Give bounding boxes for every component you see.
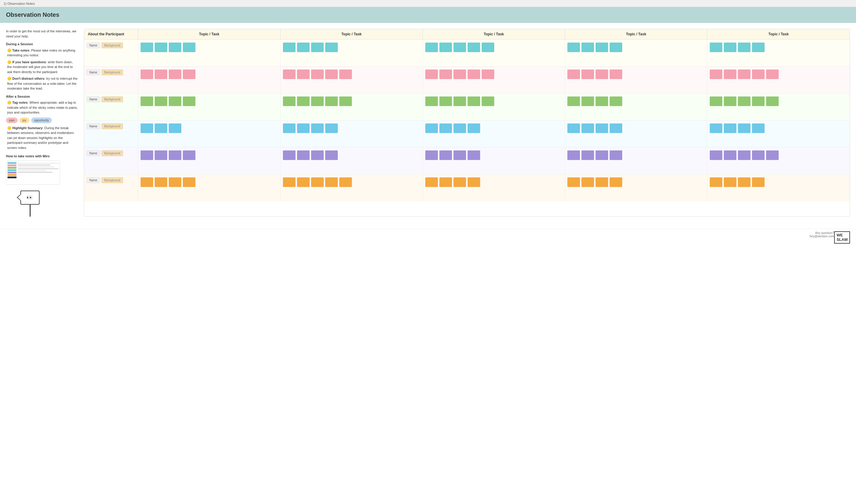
sticky-note[interactable] [325,70,338,79]
sticky-note[interactable] [425,150,438,160]
sticky-note[interactable] [738,96,750,106]
sticky-note[interactable] [155,70,167,79]
sticky-note[interactable] [339,70,352,79]
sticky-note[interactable] [752,150,765,160]
sticky-note[interactable] [311,177,324,187]
sticky-note[interactable] [724,177,736,187]
sticky-note[interactable] [440,70,452,79]
sticky-note[interactable] [738,70,750,79]
sticky-note[interactable] [453,42,466,52]
sticky-note[interactable] [155,177,167,187]
sticky-note[interactable] [724,70,736,79]
sticky-note[interactable] [595,42,608,52]
sticky-note[interactable] [425,42,438,52]
sticky-note[interactable] [141,150,153,160]
sticky-note[interactable] [610,177,622,187]
sticky-note[interactable] [467,42,480,52]
sticky-note[interactable] [595,124,608,133]
sticky-note[interactable] [297,70,309,79]
sticky-note[interactable] [610,42,622,52]
sticky-note[interactable] [582,42,594,52]
sticky-note[interactable] [183,150,195,160]
sticky-note[interactable] [582,124,594,133]
sticky-note[interactable] [724,124,736,133]
sticky-note[interactable] [311,42,324,52]
sticky-note[interactable] [425,96,438,106]
sticky-note[interactable] [453,150,466,160]
sticky-note[interactable] [752,177,765,187]
sticky-note[interactable] [752,42,765,52]
sticky-note[interactable] [169,70,181,79]
sticky-note[interactable] [425,70,438,79]
sticky-note[interactable] [155,96,167,106]
sticky-note[interactable] [467,177,480,187]
sticky-note[interactable] [610,96,622,106]
sticky-note[interactable] [440,124,452,133]
sticky-note[interactable] [297,42,309,52]
sticky-note[interactable] [710,177,722,187]
sticky-note[interactable] [325,177,338,187]
sticky-note[interactable] [582,150,594,160]
sticky-note[interactable] [311,150,324,160]
sticky-note[interactable] [183,42,195,52]
sticky-note[interactable] [311,70,324,79]
sticky-note[interactable] [440,96,452,106]
sticky-note[interactable] [155,124,167,133]
sticky-note[interactable] [325,150,338,160]
sticky-note[interactable] [283,124,296,133]
sticky-note[interactable] [155,42,167,52]
sticky-note[interactable] [752,70,765,79]
sticky-note[interactable] [724,150,736,160]
sticky-note[interactable] [297,150,309,160]
sticky-note[interactable] [582,96,594,106]
sticky-note[interactable] [339,177,352,187]
sticky-note[interactable] [467,150,480,160]
sticky-note[interactable] [183,70,195,79]
sticky-note[interactable] [482,42,494,52]
sticky-note[interactable] [467,96,480,106]
sticky-note[interactable] [595,177,608,187]
sticky-note[interactable] [155,150,167,160]
sticky-note[interactable] [325,124,338,133]
sticky-note[interactable] [567,150,580,160]
sticky-note[interactable] [325,42,338,52]
sticky-note[interactable] [567,96,580,106]
sticky-note[interactable] [440,42,452,52]
sticky-note[interactable] [169,177,181,187]
sticky-note[interactable] [766,70,779,79]
sticky-note[interactable] [183,177,195,187]
sticky-note[interactable] [567,124,580,133]
sticky-note[interactable] [582,70,594,79]
sticky-note[interactable] [610,150,622,160]
sticky-note[interactable] [710,150,722,160]
sticky-note[interactable] [724,96,736,106]
sticky-note[interactable] [610,124,622,133]
sticky-note[interactable] [283,150,296,160]
tab-label[interactable]: 1) Observation Notes [4,2,35,5]
sticky-note[interactable] [467,70,480,79]
sticky-note[interactable] [738,124,750,133]
sticky-note[interactable] [141,70,153,79]
sticky-note[interactable] [169,42,181,52]
sticky-note[interactable] [482,96,494,106]
sticky-note[interactable] [169,124,181,133]
sticky-note[interactable] [453,70,466,79]
sticky-note[interactable] [738,177,750,187]
sticky-note[interactable] [141,177,153,187]
sticky-note[interactable] [440,177,452,187]
sticky-note[interactable] [311,96,324,106]
sticky-note[interactable] [738,42,750,52]
sticky-note[interactable] [567,177,580,187]
sticky-note[interactable] [425,177,438,187]
sticky-note[interactable] [710,96,722,106]
sticky-note[interactable] [710,124,722,133]
sticky-note[interactable] [610,70,622,79]
sticky-note[interactable] [567,70,580,79]
sticky-note[interactable] [339,96,352,106]
sticky-note[interactable] [440,150,452,160]
sticky-note[interactable] [183,96,195,106]
sticky-note[interactable] [283,70,296,79]
sticky-note[interactable] [297,96,309,106]
sticky-note[interactable] [595,96,608,106]
sticky-note[interactable] [453,177,466,187]
